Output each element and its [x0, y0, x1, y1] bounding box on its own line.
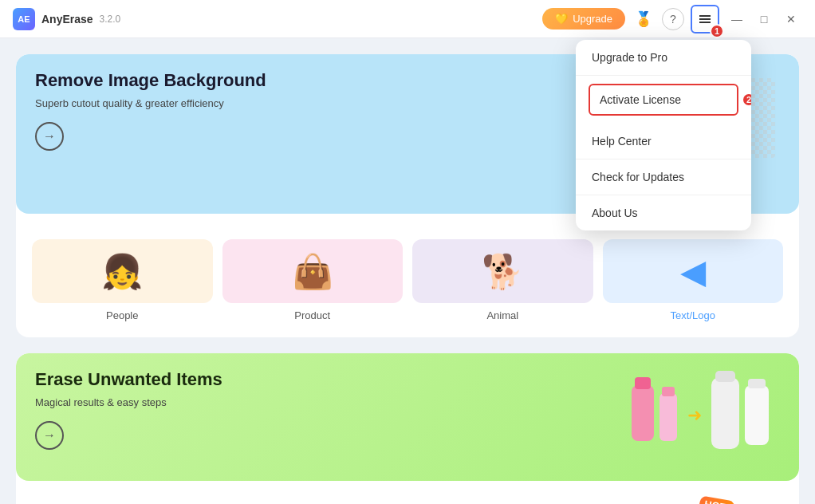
erase-arrow-button[interactable]: → [35, 421, 64, 450]
svg-rect-16 [711, 377, 739, 449]
menu-badge-1: 1 [710, 24, 724, 38]
app-version: 3.2.0 [100, 14, 121, 25]
bottles-svg: ➜ [624, 361, 783, 465]
remove-bg-title: Remove Image Background [35, 70, 322, 91]
top-categories-section: 👧 People 👜 Product 🐕 Animal [16, 214, 799, 337]
bottom-section-card: Erase Unwanted Items Magical results & e… [16, 353, 799, 504]
minimize-button[interactable]: — [726, 8, 748, 30]
hamburger-icon [699, 15, 711, 23]
window-controls: — □ ✕ [726, 8, 802, 30]
svg-rect-17 [715, 371, 735, 382]
erase-hero-image: ➜ [624, 361, 783, 465]
menu-item-about-us[interactable]: About Us [576, 195, 751, 230]
category-people[interactable]: 👧 People [32, 239, 213, 321]
svg-rect-13 [659, 393, 677, 441]
menu-item-help-center[interactable]: Help Center [576, 124, 751, 159]
people-thumb: 👧 [32, 239, 213, 303]
svg-rect-12 [635, 377, 651, 389]
titlebar-right: 💛 Upgrade 🏅 ? 1 — □ ✕ [542, 5, 802, 33]
titlebar: AE AnyErase 3.2.0 💛 Upgrade 🏅 ? 1 — □ ✕ [0, 0, 815, 38]
app-logo: AE [13, 8, 35, 30]
erase-banner: Erase Unwanted Items Magical results & e… [16, 353, 799, 481]
titlebar-left: AE AnyErase 3.2.0 [13, 8, 120, 30]
textlogo-thumb: ◀ [603, 239, 784, 303]
maximize-button[interactable]: □ [753, 8, 775, 30]
svg-text:➜: ➜ [687, 405, 702, 425]
animal-label: Animal [486, 309, 518, 321]
top-categories: 👧 People 👜 Product 🐕 Animal [32, 239, 783, 321]
hot-badge: HOT! [698, 495, 734, 504]
coins-icon-button[interactable]: 🏅 [632, 7, 656, 31]
textlogo-label: Text/Logo [671, 309, 715, 321]
menu-item-activate-license[interactable]: Activate License 2 [589, 84, 738, 116]
svg-rect-18 [745, 385, 769, 445]
activate-badge-2: 2 [742, 93, 751, 107]
dropdown-menu: Upgrade to Pro Activate License 2 Help C… [576, 40, 751, 230]
menu-button-wrapper: 1 [691, 5, 719, 33]
svg-rect-11 [632, 385, 654, 441]
close-button[interactable]: ✕ [780, 8, 802, 30]
upgrade-button[interactable]: 💛 Upgrade [542, 8, 625, 30]
product-label: Product [294, 309, 330, 321]
menu-item-upgrade-pro[interactable]: Upgrade to Pro [576, 40, 751, 76]
people-label: People [106, 309, 138, 321]
erase-categories-section: 🚲 Watermark Watermark 🛍️ Text Watermark … [16, 481, 799, 504]
app-name: AnyErase [41, 13, 93, 26]
menu-item-activate-wrapper: Activate License 2 [576, 76, 751, 124]
category-animal[interactable]: 🐕 Animal [412, 239, 593, 321]
heart-icon: 💛 [555, 13, 568, 25]
product-thumb: 👜 [222, 239, 404, 303]
svg-rect-19 [748, 379, 766, 388]
category-product[interactable]: 👜 Product [222, 239, 404, 321]
animal-thumb: 🐕 [412, 239, 593, 303]
svg-rect-14 [662, 387, 675, 396]
menu-item-check-updates[interactable]: Check for Updates [576, 159, 751, 195]
category-textlogo[interactable]: ◀ Text/Logo [603, 239, 784, 321]
help-icon-button[interactable]: ? [662, 8, 684, 30]
remove-bg-arrow-button[interactable]: → [35, 122, 64, 151]
